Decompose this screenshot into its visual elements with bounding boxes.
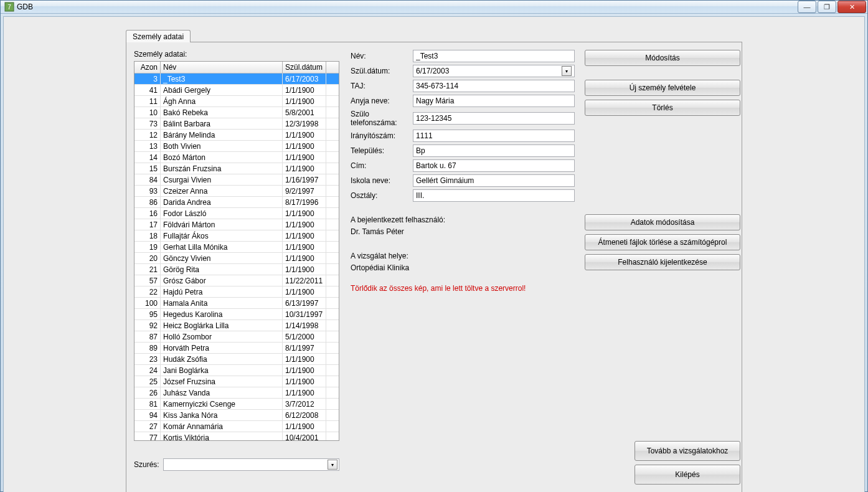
filter-combo[interactable]: ▾ — [163, 458, 339, 471]
table-row[interactable]: 24Jani Boglárka1/1/1900 — [134, 365, 339, 376]
table-row[interactable]: 15Burszán Fruzsina1/1/1900 — [134, 163, 339, 174]
table-row[interactable]: 18Fullajtár Ákos1/1/1900 — [134, 230, 339, 242]
table-row[interactable]: 25József Fruzsina1/1/1900 — [134, 376, 339, 387]
table-row[interactable]: 27Komár Annamária1/1/1900 — [134, 421, 339, 432]
input-nev[interactable] — [413, 50, 575, 62]
calendar-drop-icon[interactable]: ▾ — [562, 66, 572, 76]
table-row[interactable]: 94Kiss Janka Nóra6/12/2008 — [134, 410, 339, 421]
table-row[interactable]: 87Holló Zsombor5/1/2000 — [134, 331, 339, 343]
maximize-button[interactable]: ❐ — [818, 1, 836, 13]
cell-name: Bárány Melinda — [161, 130, 283, 141]
cell-id: 27 — [134, 421, 161, 432]
label-nev: Név: — [351, 52, 413, 60]
cell-name: Czeizer Anna — [161, 186, 283, 197]
delete-temp-button[interactable]: Átmeneti fájlok törlése a számítógéprol — [585, 234, 740, 250]
input-szulotel[interactable] — [413, 112, 575, 125]
table-row[interactable]: 100Hamala Anita6/13/1997 — [134, 298, 339, 309]
table-row[interactable]: 14Bozó Márton1/1/1900 — [134, 152, 339, 163]
cell-name: Bálint Barbara — [161, 118, 283, 130]
table-row[interactable]: 81Kamernyiczki Csenge3/7/2012 — [134, 399, 339, 410]
cell-date: 1/1/1900 — [283, 421, 326, 432]
table-row[interactable]: 84Csurgai Vivien1/16/1997 — [134, 174, 339, 186]
exit-button[interactable]: Kilépés — [634, 465, 740, 485]
label-irsz: Irányítószám: — [351, 131, 413, 140]
cell-name: Bozó Márton — [161, 152, 283, 163]
modify-data-button[interactable]: Adatok módosítása — [585, 214, 740, 230]
table-row[interactable]: 41Abádi Gergely1/1/1900 — [134, 85, 339, 96]
cell-id: 87 — [134, 331, 161, 343]
table-row[interactable]: 21Görög Rita1/1/1900 — [134, 264, 339, 275]
table-row[interactable]: 95Hegedus Karolina10/31/1997 — [134, 309, 339, 320]
cell-date: 1/1/1900 — [283, 354, 326, 365]
cell-date: 1/1/1900 — [283, 286, 326, 298]
cell-name: Kamernyiczki Csenge — [161, 399, 283, 410]
modify-button[interactable]: Módosítás — [585, 50, 740, 66]
cell-name: Kortis Viktória — [161, 432, 283, 441]
input-szul[interactable]: 6/17/2003 ▾ — [413, 65, 575, 77]
table-row[interactable]: 86Darida Andrea8/17/1996 — [134, 197, 339, 208]
person-grid[interactable]: Azon Név Szül.dátum 3_Test36/17/200341Ab… — [134, 61, 339, 441]
table-row[interactable]: 10Bakó Rebeka5/8/2001 — [134, 107, 339, 118]
table-row[interactable]: 17Földvári Márton1/1/1900 — [134, 219, 339, 230]
cell-id: 18 — [134, 230, 161, 242]
table-row[interactable]: 89Horváth Petra8/1/1997 — [134, 343, 339, 354]
table-row[interactable]: 23Hudák Zsófia1/1/1900 — [134, 354, 339, 365]
cell-name: Fodor László — [161, 208, 283, 219]
new-person-button[interactable]: Új személy felvétele — [585, 80, 740, 96]
cell-name: Bakó Rebeka — [161, 107, 283, 118]
cell-id: 86 — [134, 197, 161, 208]
table-row[interactable]: 73Bálint Barbara12/3/1998 — [134, 118, 339, 130]
cell-date: 1/1/1900 — [283, 219, 326, 230]
table-row[interactable]: 93Czeizer Anna9/2/1997 — [134, 186, 339, 197]
cell-id: 89 — [134, 343, 161, 354]
tab-person-data[interactable]: Személy adatai — [126, 30, 191, 42]
delete-button[interactable]: Törlés — [585, 100, 740, 116]
cell-date: 6/12/2008 — [283, 410, 326, 421]
table-row[interactable]: 3_Test36/17/2003 — [134, 73, 339, 85]
grid-header-id[interactable]: Azon — [134, 62, 161, 73]
grid-body[interactable]: 3_Test36/17/200341Abádi Gergely1/1/19001… — [134, 73, 339, 440]
cell-name: Hegedus Karolina — [161, 309, 283, 320]
table-row[interactable]: 92Heicz Boglárka Lilla1/14/1998 — [134, 320, 339, 331]
cell-id: 17 — [134, 219, 161, 230]
grid-header-name[interactable]: Név — [161, 62, 283, 73]
table-row[interactable]: 57Grósz Gábor11/22/2011 — [134, 275, 339, 286]
input-iskola[interactable] — [413, 174, 575, 187]
cell-id: 23 — [134, 354, 161, 365]
cell-date: 1/1/1900 — [283, 230, 326, 242]
filter-row: Szurés: ▾ — [134, 445, 339, 485]
close-button[interactable]: ✕ — [837, 1, 866, 13]
table-row[interactable]: 19Gerhat Lilla Mónika1/1/1900 — [134, 242, 339, 253]
table-row[interactable]: 13Both Vivien1/1/1900 — [134, 141, 339, 152]
table-row[interactable]: 26Juhász Vanda1/1/1900 — [134, 387, 339, 399]
table-row[interactable]: 16Fodor László1/1/1900 — [134, 208, 339, 219]
cell-date: 1/1/1900 — [283, 208, 326, 219]
chevron-down-icon[interactable]: ▾ — [328, 460, 337, 470]
table-row[interactable]: 77Kortis Viktória10/4/2001 — [134, 432, 339, 440]
table-row[interactable]: 12Bárány Melinda1/1/1900 — [134, 130, 339, 141]
minimize-button[interactable]: — — [798, 1, 816, 13]
tabstrip: Személy adatai — [126, 28, 864, 42]
tabpage: Személy adatai: Azon Név Szül.dátum 3_Te… — [126, 42, 742, 492]
logout-button[interactable]: Felhasználó kijelentkezése — [585, 254, 740, 270]
input-telep[interactable] — [413, 144, 575, 157]
input-irsz[interactable] — [413, 130, 575, 142]
cell-date: 12/3/1998 — [283, 118, 326, 130]
grid-header: Azon Név Szül.dátum — [134, 62, 339, 73]
input-osztaly[interactable] — [413, 189, 575, 202]
grid-header-date[interactable]: Szül.dátum — [283, 62, 326, 73]
table-row[interactable]: 22Hajdú Petra1/1/1900 — [134, 286, 339, 298]
input-cim[interactable] — [413, 159, 575, 172]
cell-name: Both Vivien — [161, 141, 283, 152]
table-row[interactable]: 11Ágh Anna1/1/1900 — [134, 96, 339, 107]
cell-id: 13 — [134, 141, 161, 152]
input-anyja[interactable] — [413, 95, 575, 107]
svg-text:7: 7 — [7, 4, 11, 11]
continue-button[interactable]: Tovább a vizsgálatokhoz — [634, 441, 740, 461]
table-row[interactable]: 20Gönczy Vivien1/1/1900 — [134, 253, 339, 264]
cell-id: 26 — [134, 387, 161, 399]
cell-date: 1/1/1900 — [283, 242, 326, 253]
input-taj[interactable] — [413, 80, 575, 92]
cell-name: Komár Annamária — [161, 421, 283, 432]
cell-id: 24 — [134, 365, 161, 376]
